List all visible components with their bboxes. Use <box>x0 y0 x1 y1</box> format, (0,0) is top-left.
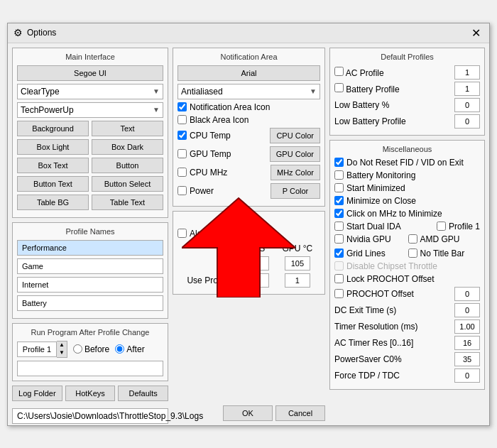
ok-cancel-buttons: OK Cancel <box>173 405 325 421</box>
minimize-on-close-checkbox[interactable] <box>334 196 344 205</box>
button-text-button[interactable]: Button Text <box>17 176 89 192</box>
before-radio-label[interactable]: Before <box>73 344 109 354</box>
hotkeys-button[interactable]: HotKeys <box>65 386 116 401</box>
ac-profile-value[interactable] <box>454 65 480 80</box>
button-button[interactable]: Button <box>92 158 163 173</box>
battery-monitoring-checkbox[interactable] <box>334 170 344 180</box>
prochot-offset-value[interactable] <box>454 287 480 301</box>
timer-res-value[interactable] <box>454 319 480 334</box>
spin-buttons: ▲ ▼ <box>57 341 67 358</box>
background-button[interactable]: Background <box>17 121 89 136</box>
profile-3-input[interactable] <box>17 277 163 293</box>
click-mhz-row: Click on MHz to Minimize <box>334 209 480 219</box>
table-bg-button[interactable]: Table BG <box>17 195 89 210</box>
box-light-button[interactable]: Box Light <box>17 139 89 155</box>
profile-spin-input[interactable] <box>17 342 57 357</box>
notif-icon-checkbox[interactable] <box>178 102 187 111</box>
ok-button[interactable]: OK <box>223 405 273 421</box>
gpu-temp-checkbox[interactable] <box>178 149 187 158</box>
button-select-button[interactable]: Button Select <box>92 176 163 192</box>
do-not-reset-checkbox[interactable] <box>334 158 344 167</box>
gpu-c-header: GPU °C <box>276 243 319 254</box>
ac-profile-checkbox[interactable] <box>334 67 344 76</box>
box-text-button[interactable]: Box Text <box>17 158 89 173</box>
right-column: Default Profiles AC Profile Battery Prof… <box>329 48 485 424</box>
miscellaneous-panel: Miscellaneous Do Not Reset FID / VID on … <box>329 140 485 390</box>
battery-profile-value[interactable] <box>454 82 480 96</box>
dc-exit-value[interactable] <box>454 303 480 317</box>
prochot-offset-row: PROCHOT Offset <box>334 287 480 301</box>
alarm-table: DTS GPU °C Use Profile <box>178 241 320 290</box>
use-profile-val1[interactable] <box>244 273 269 288</box>
start-minimized-checkbox[interactable] <box>334 183 344 192</box>
lock-prochot-checkbox[interactable] <box>334 274 344 283</box>
profile-2-input[interactable] <box>17 258 163 274</box>
cpu-mhz-row: CPU MHz MHz Color <box>178 165 320 180</box>
powersaver-row: PowerSaver C0% <box>334 352 480 366</box>
use-profile-val2[interactable] <box>285 273 310 288</box>
black-area-checkbox[interactable] <box>178 115 187 124</box>
black-area-row: Black Area Icon <box>178 115 320 125</box>
cancel-button[interactable]: Cancel <box>275 405 325 421</box>
gpu-c-value[interactable] <box>285 256 310 271</box>
powersaver-value[interactable] <box>454 352 480 366</box>
force-tdp-value[interactable] <box>454 368 480 383</box>
title-bar: ⚙ Options ✕ <box>8 23 489 43</box>
techpowerup-arrow: ▼ <box>153 106 160 114</box>
click-mhz-checkbox[interactable] <box>334 209 344 218</box>
before-radio[interactable] <box>73 344 82 354</box>
grid-lines-checkbox[interactable] <box>334 248 344 258</box>
low-battery-profile-value[interactable] <box>454 114 480 129</box>
amd-gpu-row: AMD GPU <box>408 234 481 244</box>
cleartype-dropdown[interactable]: ClearType ▼ <box>17 84 163 99</box>
cpu-temp-checkbox[interactable] <box>178 131 187 140</box>
default-profiles-title: Default Profiles <box>334 53 480 61</box>
run-program-input[interactable] <box>17 361 163 376</box>
table-text-button[interactable]: Table Text <box>92 195 163 210</box>
profile-1-checkbox[interactable] <box>437 222 446 231</box>
dts-header: DTS <box>239 243 275 254</box>
path-bar: C:\Users\Josie\Downloads\ThrottleStop_9.… <box>12 408 168 424</box>
text-button[interactable]: Text <box>92 121 163 136</box>
window-icon: ⚙ <box>13 27 23 38</box>
antialiased-dropdown[interactable]: Antialiased ▼ <box>178 84 320 99</box>
prochot-offset-checkbox[interactable] <box>334 289 344 298</box>
nvidia-gpu-checkbox[interactable] <box>334 234 344 244</box>
alarm-row-1 <box>179 256 319 271</box>
power-checkbox[interactable] <box>178 186 187 195</box>
dc-exit-row: DC Exit Time (s) <box>334 303 480 317</box>
cpu-color-button[interactable]: CPU Color <box>270 128 320 143</box>
start-dual-ida-checkbox[interactable] <box>334 222 344 231</box>
after-radio[interactable] <box>115 344 124 354</box>
battery-profile-label: Battery Profile <box>334 83 400 94</box>
techpowerup-dropdown[interactable]: TechPowerUp ▼ <box>17 102 163 118</box>
notification-panel: Notification Area Arial Antialiased ▼ No… <box>173 48 325 207</box>
notif-font-button[interactable]: Arial <box>178 65 320 81</box>
spin-down-button[interactable]: ▼ <box>57 349 67 357</box>
no-title-bar-checkbox[interactable] <box>408 248 417 258</box>
start-dual-ida-label: Start Dual IDA <box>346 222 434 231</box>
disable-chipset-checkbox[interactable] <box>334 261 344 271</box>
box-dark-button[interactable]: Box Dark <box>92 139 163 155</box>
cpu-mhz-checkbox[interactable] <box>178 168 187 177</box>
spin-up-button[interactable]: ▲ <box>57 342 67 349</box>
mhz-color-button[interactable]: MHz Color <box>271 165 320 180</box>
font-button[interactable]: Segoe UI <box>17 65 163 81</box>
log-folder-button[interactable]: Log Folder <box>12 386 62 401</box>
battery-profile-checkbox[interactable] <box>334 83 344 92</box>
close-button[interactable]: ✕ <box>469 26 484 40</box>
defaults-button[interactable]: Defaults <box>118 386 168 401</box>
profile-1-input[interactable] <box>17 240 163 256</box>
alarm-checkbox[interactable] <box>178 229 187 238</box>
run-program-panel: Run Program After Profile Change ▲ ▼ Bef… <box>12 323 168 381</box>
ac-timer-value[interactable] <box>454 336 480 350</box>
profile-names-title: Profile Names <box>17 227 163 236</box>
amd-gpu-checkbox[interactable] <box>408 234 417 244</box>
notification-title: Notification Area <box>178 53 320 61</box>
profile-4-input[interactable] <box>17 295 163 311</box>
low-battery-pct-value[interactable] <box>454 98 480 112</box>
gpu-color-button[interactable]: GPU Color <box>270 146 320 162</box>
dts-value[interactable] <box>244 256 269 271</box>
power-color-button[interactable]: P Color <box>271 183 320 199</box>
after-radio-label[interactable]: After <box>115 344 144 354</box>
